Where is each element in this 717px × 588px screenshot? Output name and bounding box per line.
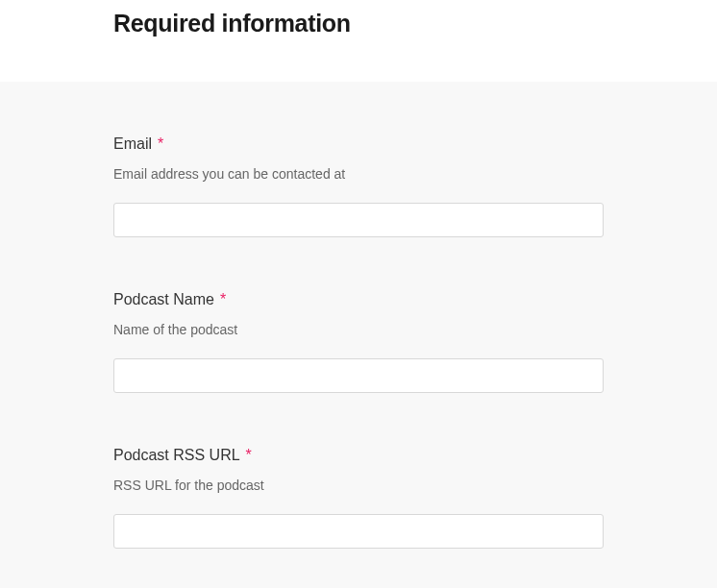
required-asterisk-icon: * [246,447,252,464]
form-field-podcast-name: Podcast Name * Name of the podcast [113,291,604,393]
podcast-rss-url-description: RSS URL for the podcast [113,478,604,493]
page-title: Required information [113,10,604,37]
podcast-name-input[interactable] [113,358,604,393]
email-label: Email [113,135,152,153]
header-section: Required information [0,0,717,82]
podcast-name-label: Podcast Name [113,291,214,308]
required-asterisk-icon: * [158,135,163,153]
field-label-row: Podcast Name * [113,291,604,308]
form-section: Email * Email address you can be contact… [0,82,717,588]
podcast-name-description: Name of the podcast [113,322,604,337]
field-label-row: Podcast RSS URL * [113,447,604,464]
email-input[interactable] [113,203,604,237]
email-description: Email address you can be contacted at [113,166,604,182]
required-asterisk-icon: * [220,291,226,308]
podcast-rss-url-label: Podcast RSS URL [113,447,240,464]
form-field-email: Email * Email address you can be contact… [113,135,604,237]
field-label-row: Email * [113,135,604,153]
podcast-rss-url-input[interactable] [113,514,604,549]
form-field-podcast-rss-url: Podcast RSS URL * RSS URL for the podcas… [113,447,604,549]
